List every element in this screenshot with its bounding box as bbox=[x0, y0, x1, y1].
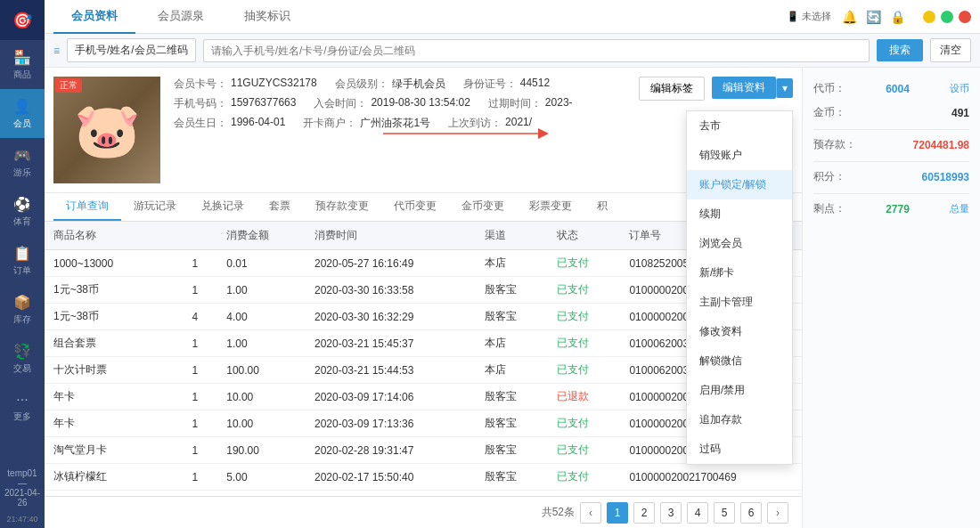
cell-channel: 本店 bbox=[476, 250, 548, 277]
lock-icon[interactable]: 🔒 bbox=[890, 10, 905, 24]
cell-time: 2020-02-28 19:31:47 bbox=[306, 437, 476, 464]
stat-save-value: 7204481.98 bbox=[913, 139, 969, 151]
sidebar-item-sports[interactable]: ⚽ 体育 bbox=[0, 187, 45, 236]
stat-save-row: 预存款： 7204481.98 bbox=[813, 137, 969, 152]
pagination-page-5[interactable]: 5 bbox=[714, 502, 735, 524]
sidebar: 🎯 🏪 商品 👤 会员 🎮 游乐 ⚽ 体育 📋 订单 📦 库存 💱 交易 ···… bbox=[0, 0, 45, 528]
cell-channel: 本店 bbox=[476, 357, 548, 384]
close-button[interactable] bbox=[959, 11, 971, 23]
dropdown-item-card-mgmt[interactable]: 主副卡管理 bbox=[687, 288, 792, 317]
dropdown-item-renew[interactable]: 续期 bbox=[687, 199, 792, 229]
tab-member-info[interactable]: 会员资料 bbox=[53, 0, 135, 34]
dropdown-item-delete[interactable]: 销毁账户 bbox=[687, 141, 792, 170]
maximize-button[interactable] bbox=[941, 11, 953, 23]
cell-name: 年卡 bbox=[45, 384, 157, 410]
sub-tab-play[interactable]: 游玩记录 bbox=[121, 193, 189, 221]
sidebar-item-orders[interactable]: 📋 订单 bbox=[0, 236, 45, 285]
sidebar-item-more[interactable]: ··· 更多 bbox=[0, 383, 45, 432]
cell-empty1 bbox=[157, 410, 183, 437]
edit-button[interactable]: 编辑资料 bbox=[712, 77, 776, 99]
tab-member-source[interactable]: 会员源泉 bbox=[140, 0, 222, 34]
member-avatar: 正常 bbox=[53, 77, 160, 183]
pagination-page-3[interactable]: 3 bbox=[660, 502, 682, 524]
sub-tab-play-label: 游玩记录 bbox=[134, 199, 176, 212]
transactions-icon: 💱 bbox=[13, 343, 31, 360]
dropdown-item-city[interactable]: 去市 bbox=[687, 111, 792, 141]
cell-name: 冰镇柠檬红 bbox=[45, 464, 157, 491]
pagination-prev[interactable]: ‹ bbox=[580, 502, 601, 524]
sub-tab-orders-label: 订单查询 bbox=[66, 199, 109, 212]
cell-amount: 10.00 bbox=[217, 384, 306, 410]
clear-button[interactable]: 清空 bbox=[930, 38, 971, 62]
cell-time: 2020-03-30 16:33:58 bbox=[306, 277, 476, 304]
sub-tab-gold-label: 金币变更 bbox=[461, 199, 504, 212]
dropdown-item-transfer[interactable]: 过码 bbox=[687, 435, 792, 464]
cell-time: 2020-03-21 15:45:37 bbox=[306, 330, 476, 357]
sub-tab-token[interactable]: 代币变更 bbox=[381, 193, 449, 221]
card-place-value: 广州油茶花1号 bbox=[360, 116, 430, 131]
pagination-next[interactable]: › bbox=[767, 502, 788, 524]
sub-tab-gold[interactable]: 金币变更 bbox=[449, 193, 517, 221]
last-visit-item: 上次到访： 2021/ bbox=[448, 116, 532, 131]
stat-code-value: 6004 bbox=[886, 83, 910, 95]
sub-tab-redeem[interactable]: 兑换记录 bbox=[189, 193, 257, 221]
id-card-item: 身份证号： 44512 bbox=[463, 77, 550, 92]
sidebar-item-goods[interactable]: 🏪 商品 bbox=[0, 40, 45, 89]
stat-points-value: 60518993 bbox=[922, 171, 969, 183]
pagination-page-1[interactable]: 1 bbox=[607, 502, 628, 524]
sub-tab-tickets[interactable]: 套票 bbox=[257, 193, 303, 221]
dropdown-item-decode[interactable]: 解锁微信 bbox=[687, 346, 792, 376]
sidebar-item-label: 游乐 bbox=[13, 167, 31, 179]
sidebar-item-entertainment[interactable]: 🎮 游乐 bbox=[0, 138, 45, 187]
goods-icon: 🏪 bbox=[13, 49, 31, 66]
device-name: 未选择 bbox=[802, 10, 831, 23]
cell-name: 1000~13000 bbox=[45, 250, 157, 277]
cell-time: 2020-03-30 16:32:29 bbox=[306, 304, 476, 330]
sub-tab-orders[interactable]: 订单查询 bbox=[53, 193, 121, 221]
sidebar-item-member[interactable]: 👤 会员 bbox=[0, 89, 45, 138]
tab-lottery[interactable]: 抽奖标识 bbox=[226, 0, 308, 34]
sidebar-item-transactions[interactable]: 💱 交易 bbox=[0, 334, 45, 383]
pagination-page-2[interactable]: 2 bbox=[633, 502, 655, 524]
dropdown-item-add-deposit[interactable]: 追加存款 bbox=[687, 405, 792, 435]
tag-button[interactable]: 编辑标签 bbox=[639, 77, 705, 101]
cell-channel: 本店 bbox=[476, 330, 548, 357]
cell-status: 已支付 bbox=[548, 330, 620, 357]
pagination-page-6[interactable]: 6 bbox=[740, 502, 762, 524]
cell-time: 2020-02-17 15:50:40 bbox=[306, 464, 476, 491]
level-item: 会员级别： 绿手机会员 bbox=[335, 77, 445, 92]
member-icon: 👤 bbox=[13, 98, 31, 115]
search-input[interactable] bbox=[203, 39, 870, 62]
dropdown-item-modify[interactable]: 修改资料 bbox=[687, 317, 792, 346]
dropdown-item-enable[interactable]: 启用/禁用 bbox=[687, 376, 792, 405]
pagination-total: 共52条 bbox=[542, 505, 575, 520]
search-button[interactable]: 搜索 bbox=[877, 39, 923, 61]
tab-lottery-label: 抽奖标识 bbox=[244, 8, 290, 24]
expire-item: 过期时间： 2023- bbox=[488, 96, 573, 111]
col-amount: 消费金额 bbox=[217, 222, 306, 250]
cell-qty: 1 bbox=[183, 277, 217, 304]
sub-tab-points[interactable]: 积 bbox=[584, 193, 620, 221]
stat-remain-link[interactable]: 总量 bbox=[950, 202, 969, 215]
sidebar-item-label: 库存 bbox=[13, 313, 31, 326]
cell-qty: 1 bbox=[183, 384, 217, 410]
sidebar-item-inventory[interactable]: 📦 库存 bbox=[0, 285, 45, 334]
search-type-button[interactable]: 手机号/姓名/会员二维码 bbox=[67, 38, 196, 62]
dropdown-item-add-sub[interactable]: 新/绑卡 bbox=[687, 258, 792, 288]
cell-empty1 bbox=[157, 277, 183, 304]
col-channel: 渠道 bbox=[476, 222, 548, 250]
refresh-icon[interactable]: 🔄 bbox=[866, 10, 881, 24]
dropdown-item-browse[interactable]: 浏览会员 bbox=[687, 229, 792, 258]
sub-tab-deposit[interactable]: 预存款变更 bbox=[303, 193, 381, 221]
stat-code-edit[interactable]: 设币 bbox=[950, 82, 969, 95]
notification-icon[interactable]: 🔔 bbox=[842, 10, 857, 24]
dropdown-item-account[interactable]: 账户锁定/解锁 bbox=[687, 170, 792, 199]
cell-channel: 殷客宝 bbox=[476, 410, 548, 437]
sub-tab-lottery[interactable]: 彩票变更 bbox=[517, 193, 584, 221]
stat-code-row: 代币： 6004 设币 bbox=[813, 81, 969, 96]
tab-member-info-label: 会员资料 bbox=[71, 8, 118, 24]
minimize-button[interactable] bbox=[923, 11, 935, 23]
more-icon: ··· bbox=[16, 392, 28, 408]
pagination-page-4[interactable]: 4 bbox=[687, 502, 708, 524]
dropdown-toggle-button[interactable]: ▾ bbox=[776, 78, 793, 98]
